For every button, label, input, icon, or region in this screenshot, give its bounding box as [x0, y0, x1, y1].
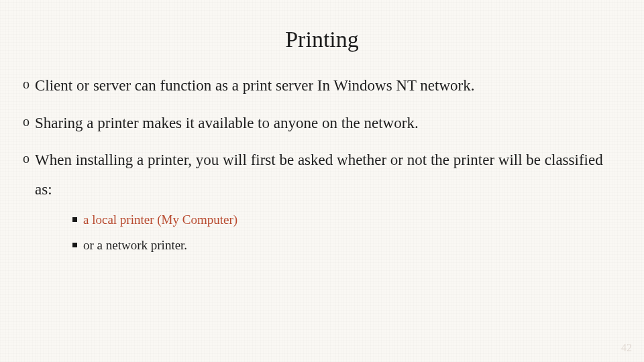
bullet-item: Client or server can function as a print… [23, 71, 621, 101]
bullet-text: Client or server can function as a print… [35, 77, 474, 94]
sub-bullet-item: or a network printer. [72, 233, 621, 258]
bullet-text: Sharing a printer makes it available to … [35, 115, 419, 131]
page-number: 42 [621, 342, 632, 354]
slide-title: Printing [23, 27, 621, 52]
primary-list: Client or server can function as a print… [23, 71, 621, 258]
bullet-text: When installing a printer, you will firs… [35, 152, 603, 198]
sub-bullet-text: a local printer (My Computer) [83, 213, 237, 227]
secondary-list: a local printer (My Computer) or a netwo… [72, 207, 621, 258]
slide: Printing Client or server can function a… [0, 0, 644, 362]
sub-bullet-text: or a network printer. [83, 238, 187, 252]
bullet-item: When installing a printer, you will firs… [23, 145, 621, 257]
bullet-item: Sharing a printer makes it available to … [23, 109, 621, 138]
sub-bullet-item: a local printer (My Computer) [72, 207, 621, 233]
